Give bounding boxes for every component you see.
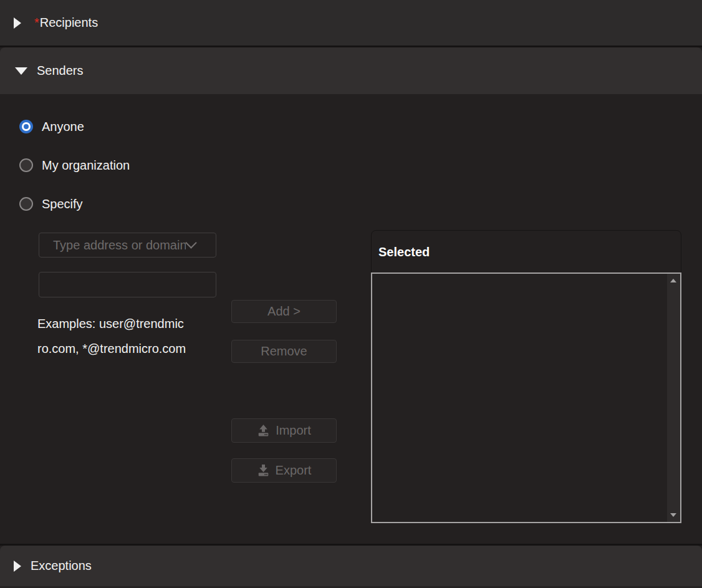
examples-line: ro.com, *@trendmicro.com: [37, 336, 224, 361]
examples-line: Examples: user@trendmic: [37, 311, 224, 336]
section-header-exceptions[interactable]: Exceptions: [0, 546, 702, 586]
radio-option-anyone[interactable]: Anyone: [19, 118, 84, 135]
export-label: Export: [276, 463, 312, 478]
caret-down-icon[interactable]: [15, 67, 27, 75]
address-type-dropdown[interactable]: Type address or domain: [39, 233, 216, 258]
radio-label: Specify: [42, 197, 83, 211]
radio-label: My organization: [42, 158, 130, 173]
selected-listbox[interactable]: [371, 272, 681, 523]
upload-icon: [257, 424, 270, 437]
radio-label: Anyone: [42, 120, 84, 134]
radio-unselected-icon[interactable]: [19, 197, 33, 211]
radio-inner-ring: [22, 122, 31, 131]
scroll-up-icon[interactable]: [670, 279, 676, 282]
selected-list-title: Selected: [378, 245, 430, 259]
radio-selected-icon[interactable]: [19, 120, 33, 133]
caret-right-icon[interactable]: [14, 561, 21, 572]
required-marker: *: [34, 16, 39, 30]
scrollbar[interactable]: [667, 274, 680, 522]
caret-right-icon[interactable]: [14, 17, 21, 29]
section-header-senders[interactable]: Senders: [0, 47, 702, 94]
section-title: Exceptions: [31, 559, 92, 573]
add-button[interactable]: Add >: [231, 300, 337, 323]
export-button[interactable]: Export: [231, 458, 337, 483]
radio-dot: [24, 124, 29, 129]
section-header-recipients[interactable]: * Recipients: [0, 0, 702, 46]
radio-option-my-organization[interactable]: My organization: [19, 157, 130, 173]
scroll-down-icon[interactable]: [670, 513, 676, 517]
import-label: Import: [276, 423, 311, 438]
dropdown-selected-value: Type address or domain: [53, 238, 186, 253]
chevron-down-icon[interactable]: [185, 237, 196, 248]
section-title: Senders: [37, 64, 84, 78]
remove-button[interactable]: Remove: [231, 340, 337, 363]
download-icon: [257, 464, 270, 477]
radio-unselected-icon[interactable]: [19, 158, 33, 172]
import-button[interactable]: Import: [231, 418, 337, 443]
address-input[interactable]: [39, 272, 216, 297]
radio-option-specify[interactable]: Specify: [19, 196, 83, 212]
examples-text: Examples: user@trendmic ro.com, *@trendm…: [37, 311, 224, 361]
section-title: Recipients: [40, 16, 98, 30]
